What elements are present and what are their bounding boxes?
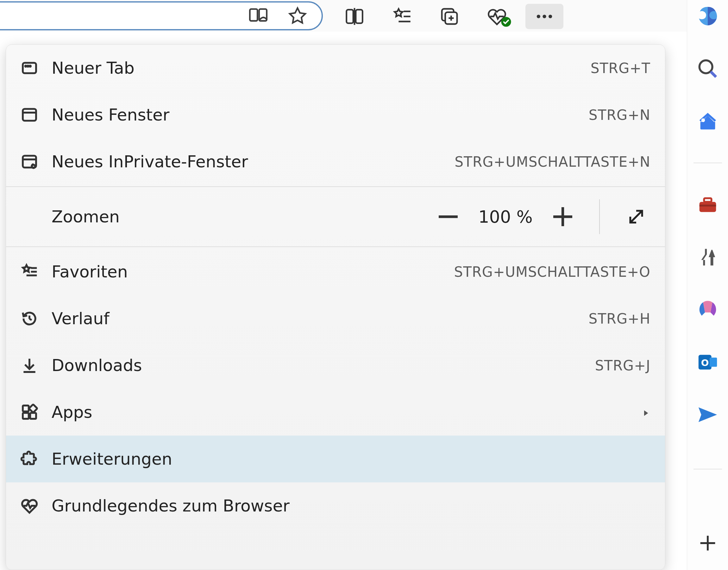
reading-view-icon[interactable] (247, 4, 270, 27)
sidebar-add-button[interactable] (694, 529, 722, 557)
svg-point-17 (25, 65, 26, 67)
svg-rect-44 (699, 205, 716, 207)
extensions-icon (21, 450, 38, 468)
downloads-icon (21, 356, 38, 374)
menu-item-zoom: Zoomen 100 % (6, 188, 665, 245)
settings-more-menu: Neuer Tab STRG+T Neues Fenster STRG+N Ne… (6, 44, 665, 570)
svg-point-41 (701, 118, 705, 122)
svg-text:O: O (701, 357, 709, 368)
svg-rect-37 (23, 413, 29, 419)
svg-line-40 (711, 71, 716, 77)
svg-rect-43 (704, 198, 711, 202)
svg-rect-16 (23, 63, 36, 73)
collections-button[interactable] (430, 4, 469, 29)
address-bar[interactable] (0, 1, 323, 30)
menu-item-favorites[interactable]: Favoriten STRG+UMSCHALTTASTE+O (6, 248, 665, 295)
browser-toolbar (0, 0, 728, 32)
menu-item-label: Verlauf (51, 309, 575, 328)
menu-item-history[interactable]: Verlauf STRG+H (6, 295, 665, 342)
menu-item-shortcut: STRG+N (589, 107, 651, 123)
chevron-right-icon (641, 403, 651, 421)
sidebar-search[interactable] (694, 54, 722, 83)
svg-rect-47 (709, 357, 717, 367)
svg-point-18 (27, 65, 28, 67)
menu-separator (6, 246, 665, 247)
favorites-button[interactable] (383, 4, 421, 29)
browser-health-button[interactable] (478, 4, 516, 29)
svg-rect-36 (29, 404, 37, 412)
menu-item-extensions[interactable]: Erweiterungen (6, 436, 665, 482)
edge-sidebar: O (687, 0, 728, 570)
favorite-star-icon[interactable] (286, 4, 309, 27)
divider (599, 199, 600, 234)
inprivate-icon (21, 153, 38, 171)
menu-item-label: Erweiterungen (51, 450, 651, 469)
menu-item-apps[interactable]: Apps (6, 389, 665, 436)
sidebar-separator (694, 163, 722, 163)
svg-point-39 (699, 60, 712, 73)
menu-item-downloads[interactable]: Downloads STRG+J (6, 342, 665, 389)
menu-item-label: Neues Fenster (51, 105, 575, 124)
split-screen-button[interactable] (336, 4, 373, 29)
svg-rect-20 (23, 109, 36, 120)
svg-line-32 (29, 319, 32, 320)
menu-item-label: Grundlegendes zum Browser (51, 496, 651, 515)
svg-rect-2 (347, 10, 353, 23)
svg-rect-42 (699, 202, 716, 212)
menu-item-shortcut: STRG+J (595, 357, 651, 373)
svg-point-13 (537, 15, 540, 18)
menu-item-shortcut: STRG+H (589, 311, 651, 327)
svg-point-14 (543, 15, 546, 18)
menu-item-shortcut: STRG+T (591, 60, 651, 76)
sidebar-office[interactable] (694, 295, 722, 324)
menu-item-shortcut: STRG+UMSCHALTTASTE+N (454, 154, 651, 170)
sidebar-send[interactable] (694, 400, 722, 429)
address-input[interactable] (0, 8, 230, 24)
zoom-value: 100 % (477, 207, 534, 227)
toolbar-actions (323, 3, 563, 29)
menu-item-label: Neues InPrivate-Fenster (51, 152, 441, 171)
zoom-in-button[interactable] (549, 203, 577, 231)
svg-rect-0 (250, 9, 257, 21)
menu-item-browser-essentials[interactable]: Grundlegendes zum Browser (6, 482, 665, 529)
settings-and-more-button[interactable] (525, 4, 563, 29)
menu-separator (6, 186, 665, 187)
menu-item-shortcut: STRG+UMSCHALTTASTE+O (454, 264, 651, 280)
svg-point-19 (29, 65, 31, 67)
svg-rect-35 (23, 405, 29, 411)
zoom-label: Zoomen (51, 207, 421, 226)
menu-item-label: Favoriten (51, 262, 440, 281)
new-window-icon (21, 106, 38, 124)
apps-icon (21, 403, 38, 421)
sidebar-shopping[interactable] (694, 107, 722, 135)
sidebar-separator (694, 469, 722, 470)
svg-rect-3 (356, 10, 362, 23)
menu-item-inprivate[interactable]: Neues InPrivate-Fenster STRG+UMSCHALTTAS… (6, 138, 665, 185)
menu-item-label: Apps (51, 403, 628, 421)
menu-item-new-window[interactable]: Neues Fenster STRG+N (6, 91, 665, 138)
zoom-out-button[interactable] (434, 203, 463, 231)
browser-essentials-icon (21, 497, 38, 515)
fullscreen-button[interactable] (622, 203, 651, 231)
new-tab-icon (21, 59, 38, 77)
menu-item-label: Neuer Tab (51, 58, 577, 77)
sidebar-games[interactable] (694, 243, 722, 271)
svg-point-15 (549, 15, 552, 18)
sidebar-copilot[interactable] (694, 2, 722, 30)
history-icon (21, 310, 38, 327)
menu-item-label: Downloads (51, 356, 582, 375)
svg-rect-38 (30, 413, 36, 419)
sidebar-tools[interactable] (694, 191, 722, 219)
favorites-icon (21, 263, 38, 281)
menu-item-new-tab[interactable]: Neuer Tab STRG+T (6, 45, 665, 91)
sidebar-outlook[interactable]: O (694, 348, 722, 376)
